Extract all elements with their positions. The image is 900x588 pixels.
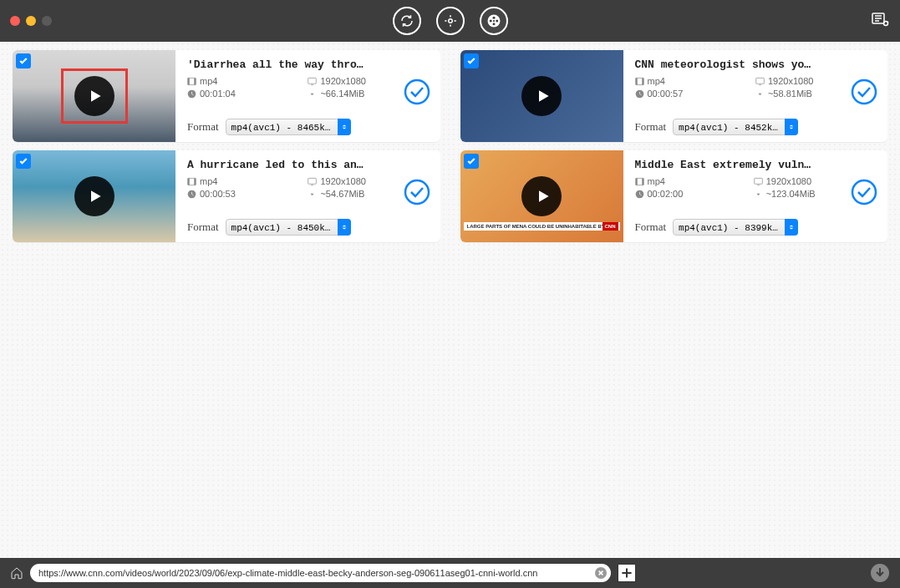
svg-rect-17 [642, 78, 643, 84]
svg-point-2 [492, 17, 495, 19]
svg-rect-23 [194, 178, 196, 185]
film-icon [187, 77, 196, 86]
play-icon [535, 88, 552, 104]
format-select[interactable]: mp4(avc1) - 8450k 192… [226, 219, 351, 236]
selected-checkbox[interactable] [464, 154, 479, 169]
status-check [404, 179, 430, 205]
video-duration: 00:02:00 [635, 189, 745, 199]
close-window-button[interactable] [10, 16, 20, 26]
selected-checkbox[interactable] [464, 53, 479, 68]
video-format: mp4 [635, 176, 745, 186]
sync-icon [443, 13, 458, 28]
video-format: mp4 [187, 76, 299, 86]
svg-point-26 [405, 180, 429, 204]
close-icon [597, 570, 604, 576]
refresh-button[interactable] [393, 7, 421, 35]
monitor-icon [308, 177, 317, 186]
format-row: Format mp4(avc1) - 8465k 192… [187, 119, 430, 135]
play-icon [87, 88, 104, 104]
clock-icon [187, 190, 196, 199]
format-label: Format [635, 120, 667, 134]
film-icon [635, 77, 644, 86]
film-icon [187, 177, 196, 186]
check-icon [466, 56, 476, 66]
play-button[interactable] [74, 176, 114, 216]
monitor-icon [755, 77, 765, 86]
clock-icon [635, 190, 644, 199]
check-circle-icon [404, 179, 430, 205]
selected-checkbox[interactable] [16, 53, 31, 68]
svg-point-4 [492, 23, 495, 25]
clock-icon [187, 89, 196, 99]
format-label: Format [187, 120, 219, 134]
add-url-button[interactable] [618, 564, 636, 582]
video-info: Middle East extremely vuln… mp4 1920x108… [623, 150, 888, 242]
content-area: 'Diarrhea all the way thro… mp4 1920x108… [0, 42, 900, 558]
svg-rect-16 [635, 78, 637, 84]
svg-rect-22 [188, 178, 190, 185]
svg-point-32 [852, 180, 876, 204]
video-thumbnail[interactable] [460, 50, 623, 142]
play-icon [87, 188, 104, 205]
home-button[interactable] [10, 566, 23, 580]
svg-rect-18 [756, 78, 765, 84]
video-thumbnail[interactable] [13, 50, 175, 142]
check-circle-icon [851, 179, 877, 205]
video-duration: 00:01:04 [187, 89, 299, 99]
refresh-icon [399, 13, 414, 28]
video-card: Middle East extremely vuln… mp4 1920x108… [460, 150, 888, 242]
format-select[interactable]: mp4(avc1) - 8452k 192… [673, 119, 798, 135]
status-check [404, 79, 430, 105]
play-button[interactable] [74, 76, 114, 116]
format-row: Format mp4(avc1) - 8452k 192… [635, 119, 878, 135]
format-row: Format mp4(avc1) - 8450k 192… [187, 219, 430, 236]
video-thumbnail[interactable] [13, 150, 175, 242]
maximize-window-button[interactable] [42, 16, 52, 26]
minimize-window-button[interactable] [26, 16, 36, 26]
selected-checkbox[interactable] [16, 154, 31, 169]
film-icon [635, 177, 644, 186]
svg-point-6 [492, 20, 494, 22]
status-check [851, 79, 877, 105]
video-info: CNN meteorologist shows yo… mp4 1920x108… [623, 50, 888, 142]
svg-point-3 [496, 20, 498, 23]
status-check [851, 179, 877, 205]
svg-rect-29 [642, 178, 643, 185]
clock-icon [635, 89, 644, 99]
movies-button[interactable] [480, 7, 508, 35]
video-card: A hurricane led to this an… mp4 1920x108… [13, 150, 440, 242]
format-select[interactable]: mp4(avc1) - 8399k 192… [673, 219, 798, 236]
play-icon [535, 188, 552, 205]
video-thumbnail[interactable] [460, 150, 623, 242]
export-icon [870, 9, 890, 29]
video-title: A hurricane led to this an… [187, 159, 430, 171]
monitor-icon [754, 177, 763, 186]
svg-rect-10 [188, 78, 190, 84]
video-grid: 'Diarrhea all the way thro… mp4 1920x108… [13, 50, 887, 242]
export-button[interactable] [870, 9, 890, 33]
check-icon [18, 156, 28, 166]
svg-point-14 [405, 80, 429, 104]
check-circle-icon [851, 79, 877, 105]
video-duration: 00:00:53 [187, 189, 299, 199]
film-reel-icon [486, 13, 501, 28]
home-icon [10, 566, 23, 580]
download-size-icon [754, 190, 763, 199]
play-button[interactable] [521, 176, 562, 216]
url-input[interactable] [30, 564, 611, 582]
svg-rect-12 [308, 78, 317, 84]
svg-rect-11 [194, 78, 196, 84]
sync-button[interactable] [436, 7, 465, 35]
format-select[interactable]: mp4(avc1) - 8465k 192… [226, 119, 351, 135]
download-button[interactable] [870, 563, 890, 583]
svg-rect-28 [635, 178, 637, 185]
format-label: Format [635, 220, 667, 234]
window-controls [10, 16, 52, 26]
svg-point-20 [852, 80, 876, 104]
url-clear-button[interactable] [595, 567, 607, 579]
download-icon [870, 563, 890, 583]
video-info: 'Diarrhea all the way thro… mp4 1920x108… [175, 50, 440, 142]
play-button[interactable] [521, 76, 562, 116]
download-size-icon [755, 89, 765, 99]
download-size-icon [308, 190, 317, 199]
